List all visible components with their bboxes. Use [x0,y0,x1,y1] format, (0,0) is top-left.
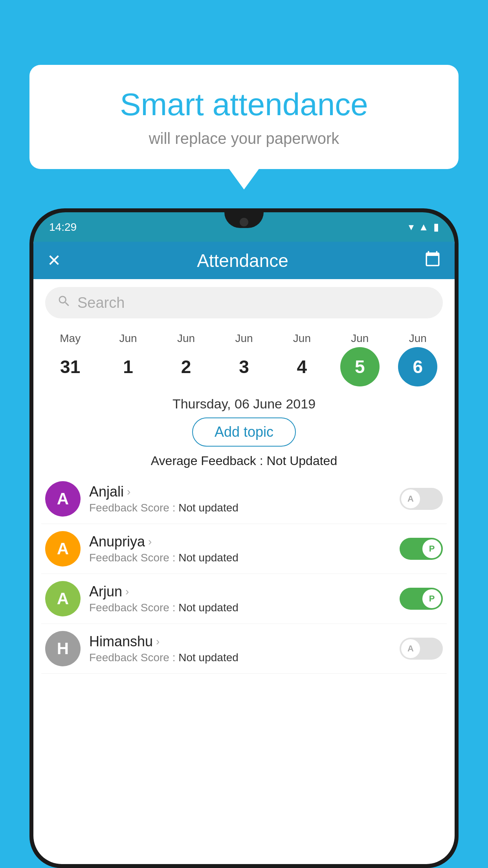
student-name: Arjun › [89,583,400,600]
toggle-thumb: A [401,639,420,658]
avg-feedback-label: Average Feedback : [151,454,267,468]
student-feedback: Feedback Score : Not updated [89,552,400,564]
calendar-day-6[interactable]: Jun6 [392,332,443,386]
phone-frame: 14:29 ▾ ▲ ▮ ✕ Attendance [29,208,459,868]
toggle-thumb: A [401,489,420,508]
cal-month-label: Jun [119,332,137,345]
cal-day-number: 6 [398,347,437,386]
cal-month-label: Jun [409,332,427,345]
attendance-toggle[interactable]: A [400,488,443,510]
search-icon [57,294,71,312]
calendar-day-3[interactable]: Jun3 [218,332,270,386]
avg-feedback: Average Feedback : Not Updated [33,454,455,468]
cal-day-number: 31 [51,347,90,386]
toolbar-title: Attendance [197,250,288,271]
student-list: AAnjali ›Feedback Score : Not updatedAAA… [33,474,455,674]
student-info: Himanshu ›Feedback Score : Not updated [89,633,400,664]
calendar-icon[interactable] [424,250,441,271]
calendar-day-0[interactable]: May31 [45,332,96,386]
cal-day-number: 1 [108,347,148,386]
calendar-day-4[interactable]: Jun4 [276,332,327,386]
student-name: Himanshu › [89,633,400,650]
close-button[interactable]: ✕ [47,251,61,270]
phone-screen: ✕ Attendance Search [33,242,455,864]
calendar-strip: May31Jun1Jun2Jun3Jun4Jun5Jun6 [33,326,455,388]
bubble-title: Smart attendance [53,86,435,123]
cal-month-label: Jun [177,332,195,345]
student-name: Anupriya › [89,533,400,550]
calendar-day-5[interactable]: Jun5 [334,332,385,386]
attendance-toggle[interactable]: P [400,588,443,610]
app-toolbar: ✕ Attendance [33,242,455,279]
avatar: A [45,581,81,616]
student-feedback: Feedback Score : Not updated [89,651,400,664]
speech-bubble: Smart attendance will replace your paper… [29,65,459,169]
avg-feedback-value: Not Updated [267,454,338,468]
cal-day-number: 3 [224,347,264,386]
avatar: A [45,531,81,566]
attendance-toggle[interactable]: P [400,538,443,560]
student-info: Anjali ›Feedback Score : Not updated [89,484,400,514]
status-bar: 14:29 ▾ ▲ ▮ [33,212,455,242]
signal-icon: ▲ [418,221,429,233]
student-row[interactable]: HHimanshu ›Feedback Score : Not updatedA [41,624,447,674]
search-placeholder: Search [77,294,125,311]
chevron-right-icon: › [125,585,129,598]
cal-month-label: May [60,332,81,345]
status-time: 14:29 [49,221,77,234]
student-feedback: Feedback Score : Not updated [89,502,400,514]
calendar-day-1[interactable]: Jun1 [103,332,154,386]
avatar: H [45,631,81,666]
cal-day-number: 2 [167,347,206,386]
cal-day-number: 5 [340,347,380,386]
student-row[interactable]: AAnjali ›Feedback Score : Not updatedA [41,474,447,524]
student-info: Anupriya ›Feedback Score : Not updated [89,533,400,564]
cal-month-label: Jun [235,332,253,345]
toggle-thumb: P [422,589,441,608]
student-row[interactable]: AArjun ›Feedback Score : Not updatedP [41,574,447,624]
student-info: Arjun ›Feedback Score : Not updated [89,583,400,614]
bubble-subtitle: will replace your paperwork [53,130,435,147]
cal-month-label: Jun [293,332,311,345]
camera [240,218,248,226]
battery-icon: ▮ [433,221,439,233]
status-icons: ▾ ▲ ▮ [409,221,439,233]
wifi-icon: ▾ [409,221,414,233]
speech-bubble-container: Smart attendance will replace your paper… [29,65,459,169]
toggle-thumb: P [422,539,441,558]
search-bar[interactable]: Search [45,287,443,318]
student-name: Anjali › [89,484,400,500]
student-row[interactable]: AAnupriya ›Feedback Score : Not updatedP [41,524,447,574]
chevron-right-icon: › [148,535,152,548]
cal-day-number: 4 [282,347,321,386]
notch [224,212,264,228]
student-feedback: Feedback Score : Not updated [89,601,400,614]
add-topic-button[interactable]: Add topic [192,417,296,447]
attendance-toggle[interactable]: A [400,638,443,660]
selected-date-label: Thursday, 06 June 2019 [33,396,455,412]
phone-inner: 14:29 ▾ ▲ ▮ ✕ Attendance [33,212,455,864]
avatar: A [45,481,81,517]
cal-month-label: Jun [351,332,369,345]
calendar-day-2[interactable]: Jun2 [161,332,212,386]
chevron-right-icon: › [156,635,160,648]
chevron-right-icon: › [127,485,130,498]
